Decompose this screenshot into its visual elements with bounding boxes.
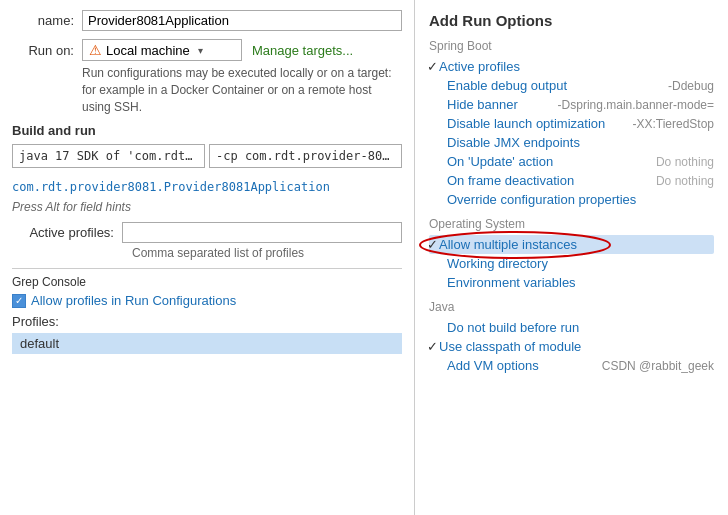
option-hide-banner-label: Hide banner [447, 97, 552, 112]
chevron-down-icon: ▾ [198, 45, 203, 56]
option-enable-debug-label: Enable debug output [447, 78, 662, 93]
option-active-profiles[interactable]: Active profiles [429, 57, 714, 76]
option-active-profiles-label: Active profiles [439, 59, 714, 74]
active-profiles-label: Active profiles: [12, 225, 122, 240]
add-run-options-title: Add Run Options [429, 12, 714, 29]
option-allow-multiple[interactable]: Allow multiple instances [429, 235, 714, 254]
option-on-update-suffix: Do nothing [656, 155, 714, 169]
option-enable-debug[interactable]: Enable debug output -Ddebug [429, 76, 714, 95]
right-panel: Add Run Options Spring Boot Active profi… [415, 0, 728, 515]
option-disable-launch[interactable]: Disable launch optimization -XX:TieredSt… [429, 114, 714, 133]
grep-console-section: Grep Console ✓ Allow profiles in Run Con… [12, 268, 402, 308]
manage-targets-link[interactable]: Manage targets... [252, 43, 353, 58]
option-allow-multiple-label: Allow multiple instances [439, 237, 714, 252]
option-on-update-label: On 'Update' action [447, 154, 650, 169]
build-run-section-title: Build and run [12, 123, 402, 138]
option-vm-options-suffix: CSDN @rabbit_geek [602, 359, 714, 373]
option-hide-banner[interactable]: Hide banner -Dspring.main.banner-mode= [429, 95, 714, 114]
allow-profiles-row: ✓ Allow profiles in Run Configurations [12, 293, 402, 308]
option-env-vars[interactable]: Environment variables [429, 273, 714, 292]
option-classpath-module-label: Use classpath of module [439, 339, 714, 354]
option-working-dir[interactable]: Working directory [429, 254, 714, 273]
press-alt-hint: Press Alt for field hints [12, 200, 402, 214]
option-hide-banner-suffix: -Dspring.main.banner-mode= [558, 98, 714, 112]
option-on-frame[interactable]: On frame deactivation Do nothing [429, 171, 714, 190]
run-on-hint: Run configurations may be executed local… [82, 65, 402, 115]
option-override-config-label: Override configuration properties [447, 192, 714, 207]
run-on-select[interactable]: ⚠ Local machine ▾ [82, 39, 242, 61]
option-disable-jmx-label: Disable JMX endpoints [447, 135, 714, 150]
left-panel: name: Run on: ⚠ Local machine ▾ Manage t… [0, 0, 415, 515]
class-path-link[interactable]: com.rdt.provider8081.Provider8081Applica… [12, 180, 402, 194]
java-category: Java [429, 300, 714, 314]
run-on-row: Run on: ⚠ Local machine ▾ Manage targets… [12, 39, 402, 61]
option-vm-options-label: Add VM options [447, 358, 596, 373]
run-on-label: Run on: [12, 43, 82, 58]
active-profiles-row: Active profiles: [12, 222, 402, 243]
os-category: Operating System [429, 217, 714, 231]
option-env-vars-label: Environment variables [447, 275, 714, 290]
option-vm-options[interactable]: Add VM options CSDN @rabbit_geek [429, 356, 714, 375]
name-row: name: [12, 10, 402, 31]
option-on-frame-suffix: Do nothing [656, 174, 714, 188]
option-classpath-module[interactable]: Use classpath of module [429, 337, 714, 356]
run-on-value: Local machine [106, 43, 190, 58]
option-on-update[interactable]: On 'Update' action Do nothing [429, 152, 714, 171]
cp-field[interactable]: -cp com.rdt.provider-80… [209, 144, 402, 168]
option-disable-jmx[interactable]: Disable JMX endpoints [429, 133, 714, 152]
sdk-field[interactable]: java 17 SDK of 'com.rdt.p… [12, 144, 205, 168]
option-override-config[interactable]: Override configuration properties [429, 190, 714, 209]
comma-hint: Comma separated list of profiles [132, 246, 402, 260]
profiles-default-item[interactable]: default [12, 333, 402, 354]
profiles-label: Profiles: [12, 314, 402, 329]
option-enable-debug-suffix: -Ddebug [668, 79, 714, 93]
option-on-frame-label: On frame deactivation [447, 173, 650, 188]
warning-icon: ⚠ [89, 42, 102, 58]
option-no-build-label: Do not build before run [447, 320, 714, 335]
name-input[interactable] [82, 10, 402, 31]
spring-boot-category: Spring Boot [429, 39, 714, 53]
option-disable-launch-label: Disable launch optimization [447, 116, 626, 131]
name-label: name: [12, 13, 82, 28]
allow-profiles-label[interactable]: Allow profiles in Run Configurations [31, 293, 236, 308]
option-no-build[interactable]: Do not build before run [429, 318, 714, 337]
option-working-dir-label: Working directory [447, 256, 714, 271]
grep-console-title: Grep Console [12, 275, 402, 289]
option-disable-launch-suffix: -XX:TieredStop [632, 117, 714, 131]
active-profiles-input[interactable] [122, 222, 402, 243]
allow-profiles-checkbox[interactable]: ✓ [12, 294, 26, 308]
